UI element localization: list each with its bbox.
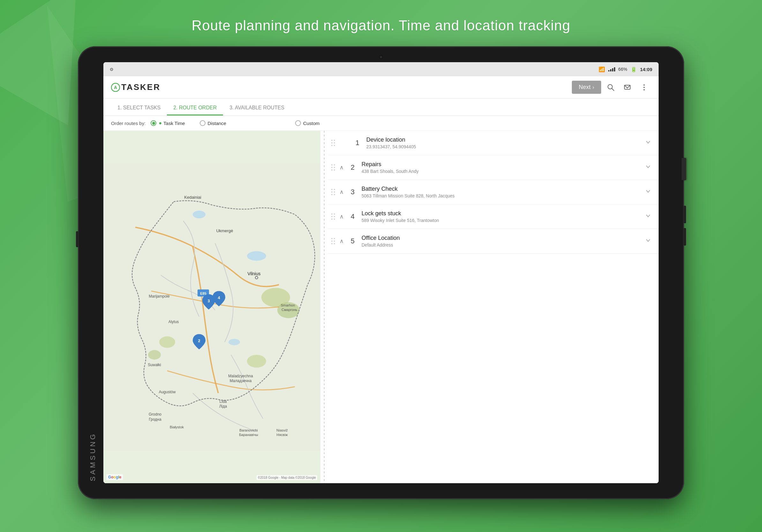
- header-actions: Next ›: [572, 80, 651, 95]
- radio-circle-custom: [295, 120, 301, 126]
- svg-point-14: [159, 337, 175, 348]
- status-bar: ⊙ 📶 66% 🔋 1: [104, 62, 658, 76]
- tab-available-routes[interactable]: 3. AVAILABLE ROUTES: [223, 105, 291, 115]
- tab-select-tasks[interactable]: 1. SELECT TASKS: [111, 105, 167, 115]
- signal-bars: [608, 67, 615, 71]
- search-button[interactable]: [604, 80, 618, 95]
- reorder-handle-1[interactable]: [331, 140, 335, 146]
- up-arrow-2[interactable]: ∧: [340, 165, 344, 170]
- svg-line-3: [612, 88, 614, 91]
- tablet-device: SAMSUNG ⊙ 📶: [78, 46, 684, 499]
- route-list-area[interactable]: 1 Device location 23.9313437, 54.9094405: [328, 131, 658, 483]
- wifi-icon: 📶: [599, 66, 605, 72]
- app-header: A TASKER Next ›: [104, 76, 658, 99]
- route-info-5: Office Location Default Address: [361, 235, 640, 247]
- reorder-handle-5[interactable]: [331, 238, 335, 244]
- up-arrow-3[interactable]: ∧: [340, 189, 344, 195]
- svg-text:Lida: Lida: [219, 399, 227, 404]
- svg-point-16: [247, 355, 266, 368]
- svg-text:Смаргонь: Смаргонь: [281, 308, 297, 312]
- logo-text: TASKER: [121, 82, 161, 92]
- svg-point-5: [643, 84, 645, 86]
- volume-down-button[interactable]: [683, 228, 686, 245]
- svg-text:Гродна: Гродна: [149, 417, 162, 422]
- route-item: ∧ 2 Repairs 438 Bart Shoals, South Andy: [328, 155, 658, 180]
- order-routes-bar: Order routes by: ● Task Time Distance: [104, 116, 658, 131]
- radio-circle-distance: [200, 120, 205, 126]
- nav-icon: ⊙: [110, 67, 113, 72]
- svg-point-7: [643, 89, 645, 90]
- svg-text:Augustów: Augustów: [159, 390, 176, 394]
- route-title-1: Device location: [366, 137, 640, 143]
- svg-text:A: A: [114, 85, 117, 90]
- route-address-3: 5063 Tillman Mission Suite 828, North Ja…: [361, 193, 640, 198]
- route-number-1: 1: [353, 139, 362, 147]
- signal-bar-3: [612, 68, 613, 71]
- map-area[interactable]: E85 Kedainiai Ukmergė Vilnius Marijampol…: [104, 131, 320, 483]
- route-number-3: 3: [348, 188, 357, 196]
- route-info-1: Device location 23.9313437, 54.9094405: [366, 137, 640, 149]
- svg-text:Ukmergė: Ukmergė: [216, 229, 233, 233]
- main-content: Order routes by: ● Task Time Distance: [104, 116, 658, 483]
- route-title-5: Office Location: [361, 235, 640, 241]
- svg-text:2: 2: [198, 338, 200, 343]
- route-number-4: 4: [348, 212, 357, 221]
- page-tagline: Route planning and navigation. Time and …: [0, 0, 762, 46]
- samsung-brand-label: SAMSUNG: [89, 432, 97, 481]
- route-number-5: 5: [348, 237, 357, 245]
- screen: ⊙ 📶 66% 🔋 1: [104, 62, 658, 483]
- radio-distance[interactable]: Distance: [200, 120, 226, 126]
- svg-point-23: [256, 277, 258, 279]
- svg-text:Grodno: Grodno: [149, 412, 162, 417]
- svg-point-9: [193, 211, 205, 219]
- route-item: ∧ 3 Battery Check 5063 Tillman Mission S…: [328, 180, 658, 204]
- up-arrow-4[interactable]: ∧: [340, 214, 344, 220]
- route-info-2: Repairs 438 Bart Shoals, South Andy: [361, 161, 640, 174]
- radio-custom[interactable]: Custom: [295, 120, 320, 126]
- message-button[interactable]: [620, 80, 634, 95]
- more-button[interactable]: [637, 80, 651, 95]
- svg-text:Ліда: Ліда: [219, 404, 227, 409]
- status-left: ⊙: [110, 67, 113, 72]
- tablet-wrapper: SAMSUNG ⊙ 📶: [0, 46, 762, 499]
- svg-text:E85: E85: [200, 292, 206, 295]
- signal-bar-1: [608, 70, 609, 71]
- expand-btn-4[interactable]: [644, 212, 652, 222]
- route-number-2: 2: [348, 163, 357, 171]
- svg-text:Smarhon: Smarhon: [281, 303, 295, 307]
- up-arrow-5[interactable]: ∧: [340, 238, 344, 244]
- reorder-handle-2[interactable]: [331, 164, 335, 170]
- svg-text:Suwałki: Suwałki: [148, 363, 161, 367]
- message-icon: [624, 84, 631, 91]
- dotted-separator: [320, 131, 328, 483]
- volume-up-button[interactable]: [683, 206, 686, 223]
- more-icon: [643, 84, 645, 91]
- expand-btn-1[interactable]: [644, 138, 652, 148]
- tab-route-order[interactable]: 2. ROUTE ORDER: [167, 105, 223, 115]
- battery-icon: 🔋: [631, 66, 637, 72]
- radio-circle-task-time: [151, 120, 156, 126]
- expand-btn-5[interactable]: [644, 236, 652, 246]
- svg-text:Marijampolė: Marijampolė: [149, 294, 170, 299]
- expand-btn-2[interactable]: [644, 163, 652, 172]
- svg-text:Vilnius: Vilnius: [248, 271, 261, 276]
- battery-percentage: 66%: [618, 67, 627, 72]
- radio-task-time[interactable]: ● Task Time: [151, 120, 185, 126]
- map-svg: E85 Kedainiai Ukmergė Vilnius Marijampol…: [104, 131, 320, 483]
- route-item: ∧ 4 Lock gets stuck 589 Wisoky Inlet Sui…: [328, 204, 658, 229]
- route-item: 1 Device location 23.9313437, 54.9094405: [328, 131, 658, 155]
- next-button[interactable]: Next ›: [572, 81, 601, 94]
- route-address-2: 438 Bart Shoals, South Andy: [361, 169, 640, 174]
- svg-point-10: [247, 251, 266, 261]
- expand-btn-3[interactable]: [644, 187, 652, 197]
- reorder-handle-4[interactable]: [331, 213, 335, 220]
- signal-bar-4: [614, 67, 615, 71]
- power-button[interactable]: [682, 158, 686, 180]
- route-title-3: Battery Check: [361, 186, 640, 192]
- left-button[interactable]: [76, 231, 79, 247]
- svg-text:Alytus: Alytus: [169, 320, 179, 324]
- svg-text:Maladzyechna: Maladzyechna: [228, 374, 253, 378]
- route-item: ∧ 5 Office Location Default Address: [328, 229, 658, 253]
- reorder-handle-3[interactable]: [331, 189, 335, 195]
- front-camera: [379, 55, 383, 59]
